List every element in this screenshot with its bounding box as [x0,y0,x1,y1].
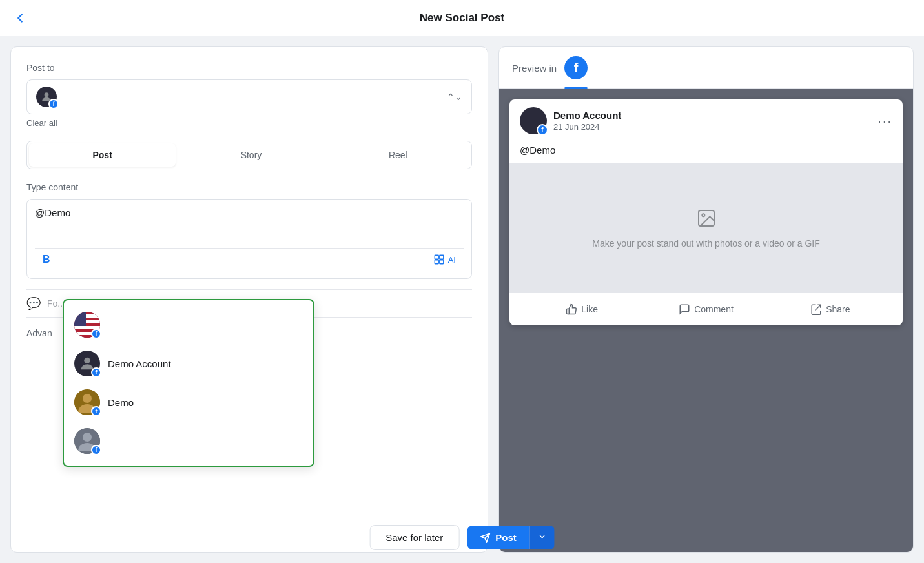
bold-button[interactable]: B [43,254,50,265]
facebook-post-author: f Demo Account 21 Jun 2024 [520,107,621,134]
top-bar: New Social Post [0,0,924,36]
like-label: Like [581,304,598,314]
selected-account-avatar: f [36,87,57,107]
mention-item[interactable]: f [64,305,313,344]
fb-author-badge: f [537,124,548,136]
post-to-selector[interactable]: f ⌃⌄ [26,79,472,114]
svg-point-17 [702,214,704,216]
fb-badge-icon: f [91,367,101,378]
ai-button[interactable]: AI [433,254,456,265]
type-content-label: Type content [26,182,472,192]
share-label: Share [826,304,850,314]
post-button-group: Post [467,526,555,549]
author-name: Demo Account [553,110,621,121]
svg-rect-1 [435,255,438,259]
fb-badge-icon: f [91,406,101,416]
content-textarea-wrapper: @Demo B AI [26,199,472,279]
share-button[interactable]: Share [768,298,892,320]
mention-avatar-3: f [74,389,100,415]
mention-avatar-4: f [74,428,100,454]
post-dropdown-button[interactable] [529,526,555,549]
post-label: Post [495,532,517,543]
fb-badge-icon: f [91,329,101,339]
comment-bubble-icon: 💬 [26,296,41,311]
clear-all-link[interactable]: Clear all [26,118,472,128]
tab-reel[interactable]: Reel [325,141,471,169]
author-avatar: f [520,107,547,134]
svg-rect-3 [435,260,438,264]
svg-point-13 [83,394,92,403]
save-for-later-button[interactable]: Save for later [369,525,459,550]
content-toolbar: B AI [35,248,464,271]
media-placeholder-icon [696,208,717,233]
facebook-post-header: f Demo Account 21 Jun 2024 ··· [509,99,903,142]
facebook-preview-container: f Demo Account 21 Jun 2024 ··· @Demo [499,89,913,553]
post-type-tabs: Post Story Reel [26,141,472,169]
main-layout: Post to f ⌃⌄ Clear all Post [0,36,924,563]
preview-header: Preview in f [499,47,913,89]
advanced-label: Advan [26,328,52,338]
right-panel: Preview in f f [498,46,914,553]
like-button[interactable]: Like [520,298,644,320]
fb-badge-icon: f [91,445,101,455]
tab-story[interactable]: Story [178,141,324,169]
svg-rect-4 [439,260,443,264]
svg-rect-10 [74,312,86,326]
svg-rect-2 [439,255,443,259]
content-section: Type content @Demo B AI [26,182,472,279]
svg-point-15 [83,433,92,442]
ai-label: AI [448,255,456,265]
facebook-icon: f [564,56,588,79]
more-options-button[interactable]: ··· [878,114,892,128]
back-button[interactable] [13,11,27,25]
mention-name-2: Demo Account [108,358,171,369]
mention-item[interactable]: f Demo Account [64,344,313,383]
bottom-actions: Save for later Post [369,525,555,550]
left-panel: Post to f ⌃⌄ Clear all Post [10,46,488,553]
post-button[interactable]: Post [467,526,529,549]
comment-label: Comment [694,304,734,314]
post-to-left: f [36,87,57,107]
mention-item[interactable]: f Demo [64,383,313,422]
content-textarea[interactable]: @Demo [35,207,464,240]
facebook-post-actions: Like Comment Share [509,292,903,325]
facebook-post-card: f Demo Account 21 Jun 2024 ··· @Demo [509,99,903,325]
facebook-preview-tab[interactable]: f [564,56,588,79]
tab-post[interactable]: Post [29,143,176,167]
page-title: New Social Post [420,12,504,25]
svg-point-11 [84,358,90,363]
svg-line-18 [816,305,821,310]
post-date: 21 Jun 2024 [553,122,600,132]
svg-point-0 [45,92,49,97]
media-placeholder-text: Make your post stand out with photos or … [592,238,820,249]
facebook-post-media: Make your post stand out with photos or … [509,163,903,292]
chevron-down-icon: ⌃⌄ [447,92,462,102]
mention-dropdown: f f Demo Account [63,299,314,467]
author-info: Demo Account 21 Jun 2024 [553,110,621,132]
comment-button[interactable]: Comment [644,298,768,320]
mention-item[interactable]: f [64,422,313,460]
facebook-post-text: @Demo [509,142,903,163]
mention-avatar-1: f [74,312,100,338]
fb-badge: f [48,99,59,109]
mention-avatar-2: f [74,351,100,376]
mention-name-3: Demo [108,397,134,408]
post-to-label: Post to [26,63,472,73]
preview-label: Preview in [512,63,557,74]
toolbar-left: B [43,254,50,265]
